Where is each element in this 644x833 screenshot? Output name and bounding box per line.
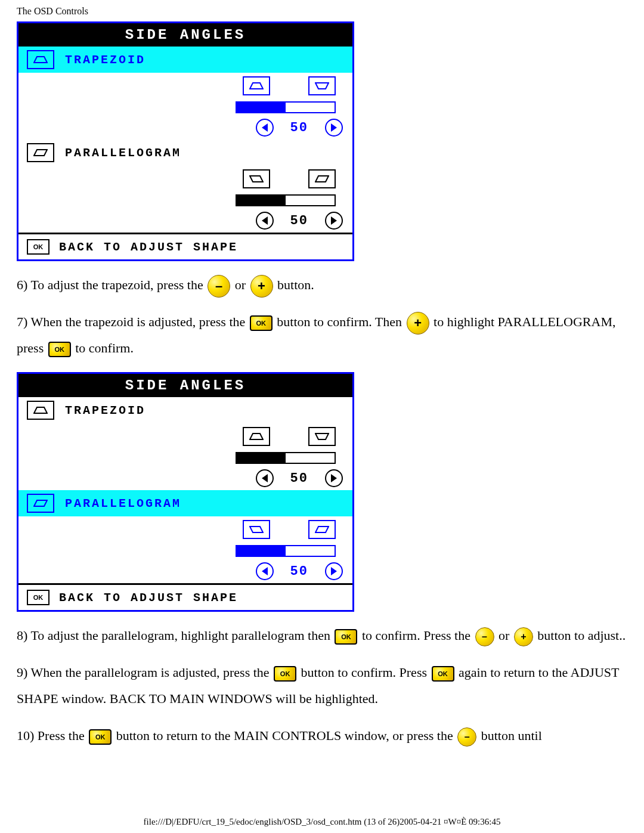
instruction-8: 8) To adjust the parallelogram, highligh… (17, 623, 627, 649)
text: button to confirm. Press (301, 665, 431, 680)
trapezoid-slider (236, 101, 336, 113)
text: 10) Press the (17, 728, 88, 743)
parallelogram-icon (27, 143, 54, 162)
osd-title: SIDE ANGLES (18, 374, 352, 397)
plus-button-icon: + (407, 312, 429, 335)
arrow-right-icon (325, 562, 343, 580)
trapezoid-value: 50 (290, 120, 308, 135)
arrow-left-icon (256, 469, 274, 487)
svg-marker-11 (315, 527, 329, 532)
shape-narrow-bottom-icon (308, 76, 336, 95)
text: button. (277, 277, 314, 292)
text: to confirm. Press the (362, 628, 474, 643)
minus-button-icon: – (208, 275, 230, 298)
parallelogram-slider (236, 194, 336, 206)
ok-icon: OK (27, 239, 49, 255)
text: or (235, 277, 249, 292)
shape-lean-left-icon (308, 169, 336, 188)
arrow-left-icon (256, 119, 274, 137)
osd-footer-label: BACK TO ADJUST SHAPE (59, 240, 238, 254)
shape-narrow-top-icon (243, 76, 270, 95)
osd-title: SIDE ANGLES (18, 23, 352, 47)
row-trapezoid-label: TRAPEZOID (65, 404, 145, 417)
arrow-left-icon (256, 212, 274, 230)
parallelogram-shape-indicators (18, 516, 352, 543)
ok-icon: OK (27, 590, 49, 605)
ok-button-icon: OK (274, 666, 296, 682)
row-trapezoid: TRAPEZOID (18, 397, 352, 423)
shape-lean-right-icon (243, 520, 270, 539)
parallelogram-value-row: 50 (18, 209, 352, 233)
svg-marker-3 (34, 150, 47, 156)
instruction-9: 9) When the parallelogram is adjusted, p… (17, 659, 627, 712)
osd-screenshot-2: SIDE ANGLES TRAPEZOID 50 PARALLELOGRAM (17, 372, 354, 612)
parallelogram-value: 50 (290, 213, 308, 228)
trapezoid-icon (27, 401, 54, 420)
shape-lean-right-icon (243, 169, 270, 188)
instruction-7: 7) When the trapezoid is adjusted, press… (17, 309, 627, 361)
svg-marker-5 (315, 176, 329, 182)
text: 6) To adjust the trapezoid, press the (17, 277, 206, 292)
ok-button-icon: OK (335, 629, 357, 645)
trapezoid-icon (27, 50, 54, 69)
text: button to return to the MAIN CONTROLS wi… (116, 728, 457, 743)
ok-button-icon: OK (250, 315, 273, 331)
trapezoid-shape-indicators (18, 423, 352, 450)
trapezoid-value-row: 50 (18, 116, 352, 140)
svg-marker-6 (34, 407, 47, 413)
svg-marker-4 (250, 176, 263, 182)
row-trapezoid: TRAPEZOID (18, 47, 352, 73)
row-parallelogram-label: PARALLELOGRAM (65, 146, 181, 160)
parallelogram-slider (236, 545, 336, 557)
instruction-10: 10) Press the OK button to return to the… (17, 723, 627, 749)
svg-marker-10 (250, 527, 263, 532)
text: button until (481, 728, 542, 743)
row-parallelogram: PARALLELOGRAM (18, 140, 352, 166)
osd-footer: OK BACK TO ADJUST SHAPE (18, 233, 352, 259)
parallelogram-shape-indicators (18, 166, 352, 192)
parallelogram-value: 50 (290, 564, 308, 579)
text: button to adjust.. (537, 628, 626, 643)
row-trapezoid-label: TRAPEZOID (65, 53, 145, 67)
text: to confirm. (75, 340, 134, 355)
minus-button-icon: – (457, 727, 476, 747)
trapezoid-value: 50 (290, 471, 308, 486)
parallelogram-value-row: 50 (18, 559, 352, 583)
svg-marker-1 (250, 83, 263, 89)
svg-marker-2 (315, 83, 329, 89)
svg-marker-0 (34, 57, 47, 63)
trapezoid-shape-indicators (18, 73, 352, 99)
arrow-right-icon (325, 119, 343, 137)
shape-narrow-bottom-icon (308, 427, 336, 446)
arrow-right-icon (325, 469, 343, 487)
ok-button-icon: OK (89, 729, 112, 745)
osd-footer: OK BACK TO ADJUST SHAPE (18, 583, 352, 610)
row-parallelogram: PARALLELOGRAM (18, 490, 352, 516)
shape-narrow-top-icon (243, 427, 270, 446)
svg-marker-7 (250, 433, 263, 439)
arrow-right-icon (325, 212, 343, 230)
svg-marker-8 (315, 433, 329, 439)
trapezoid-slider (236, 452, 336, 464)
text: 9) When the parallelogram is adjusted, p… (17, 665, 273, 680)
osd-footer-label: BACK TO ADJUST SHAPE (59, 591, 238, 605)
row-parallelogram-label: PARALLELOGRAM (65, 497, 181, 510)
page-title: The OSD Controls (0, 0, 644, 17)
page-footer: file:///D|/EDFU/crt_19_5/edoc/english/OS… (0, 817, 644, 827)
osd-screenshot-1: SIDE ANGLES TRAPEZOID 50 PARALLELOGRAM (17, 21, 354, 261)
plus-button-icon: + (514, 627, 533, 646)
svg-marker-9 (34, 500, 47, 506)
arrow-left-icon (256, 562, 274, 580)
plus-button-icon: + (250, 275, 273, 298)
instruction-6: 6) To adjust the trapezoid, press the – … (17, 272, 627, 298)
text: 8) To adjust the parallelogram, highligh… (17, 628, 333, 643)
parallelogram-icon (27, 494, 54, 513)
text: button to confirm. Then (277, 314, 405, 329)
text: or (499, 628, 513, 643)
minus-button-icon: – (475, 627, 494, 646)
ok-button-icon: OK (432, 666, 454, 682)
trapezoid-value-row: 50 (18, 466, 352, 490)
shape-lean-left-icon (308, 520, 336, 539)
text: 7) When the trapezoid is adjusted, press… (17, 314, 249, 329)
ok-button-icon: OK (48, 342, 71, 357)
